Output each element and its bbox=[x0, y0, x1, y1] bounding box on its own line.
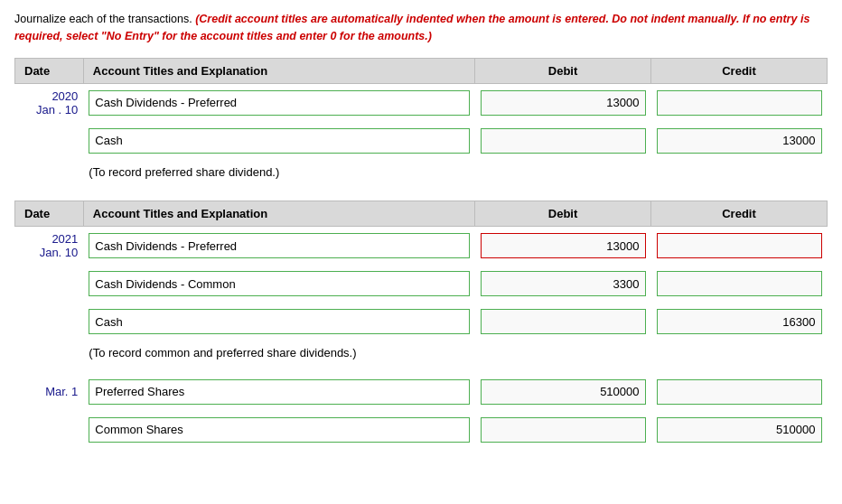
note-row: (To record common and preferred share di… bbox=[15, 341, 828, 366]
debit-cell-1-1 bbox=[475, 122, 651, 160]
debit-input-1-0[interactable]: 13000 bbox=[481, 90, 646, 116]
note-text-2: (To record common and preferred share di… bbox=[83, 341, 827, 366]
date-cell-empty bbox=[15, 303, 84, 341]
table-row: 2021 Jan. 10 Cash Dividends - Preferred … bbox=[15, 227, 828, 266]
credit-cell-2-4: 510000 bbox=[651, 411, 828, 449]
account-input-2-0[interactable]: Cash Dividends - Preferred bbox=[89, 233, 469, 258]
credit-cell-1-1: 13000 bbox=[651, 122, 828, 160]
instruction-text: Journalize each of the transactions. (Cr… bbox=[14, 11, 828, 45]
account-cell: Preferred Shares bbox=[83, 373, 474, 411]
col-account-2: Account Titles and Explanation bbox=[83, 201, 474, 227]
debit-cell-2-3: 510000 bbox=[475, 373, 651, 411]
credit-cell-2-0 bbox=[651, 227, 828, 266]
account-input-2-2[interactable]: Cash bbox=[89, 309, 469, 334]
table-row: Cash 16300 bbox=[15, 303, 828, 341]
credit-cell-1-0 bbox=[651, 83, 828, 122]
spacer-row bbox=[15, 366, 828, 373]
col-date-1: Date bbox=[15, 58, 84, 83]
table-row: 2020 Jan . 10 Cash Dividends - Preferred… bbox=[15, 83, 828, 122]
credit-input-2-3[interactable] bbox=[657, 379, 822, 405]
table-row: Cash Dividends - Common 3300 bbox=[15, 265, 828, 303]
col-credit-2: Credit bbox=[651, 201, 828, 227]
debit-input-2-2[interactable] bbox=[481, 309, 646, 334]
date-cell-2: 2021 Jan. 10 bbox=[15, 227, 84, 266]
debit-cell-2-1: 3300 bbox=[475, 265, 651, 303]
account-input-2-3[interactable]: Preferred Shares bbox=[89, 379, 469, 405]
col-debit-1: Debit bbox=[475, 58, 651, 83]
debit-input-1-1[interactable] bbox=[481, 128, 646, 154]
table-row: Common Shares 510000 bbox=[15, 411, 828, 449]
col-credit-1: Credit bbox=[651, 58, 828, 83]
account-cell: Cash Dividends - Preferred bbox=[83, 83, 474, 122]
table-row: Cash 13000 bbox=[15, 122, 828, 160]
credit-input-2-1[interactable] bbox=[657, 271, 822, 296]
credit-input-2-4[interactable]: 510000 bbox=[657, 417, 822, 443]
table-row: Mar. 1 Preferred Shares 510000 bbox=[15, 373, 828, 411]
col-account-1: Account Titles and Explanation bbox=[83, 58, 474, 83]
debit-cell-2-0: 13000 bbox=[475, 227, 651, 266]
journal-table-2: Date Account Titles and Explanation Debi… bbox=[14, 201, 828, 449]
account-input-1-0[interactable]: Cash Dividends - Preferred bbox=[89, 90, 469, 116]
account-cell: Common Shares bbox=[83, 411, 474, 449]
debit-input-2-1[interactable]: 3300 bbox=[481, 271, 646, 296]
account-cell: Cash Dividends - Preferred bbox=[83, 227, 474, 266]
debit-cell-2-4 bbox=[475, 411, 651, 449]
date-cell-empty bbox=[15, 122, 84, 160]
date-cell-empty bbox=[15, 411, 84, 449]
account-input-2-4[interactable]: Common Shares bbox=[89, 417, 469, 443]
col-date-2: Date bbox=[15, 201, 84, 227]
note-text-1: (To record preferred share dividend.) bbox=[83, 160, 827, 185]
debit-input-2-4[interactable] bbox=[481, 417, 646, 443]
debit-input-2-0[interactable]: 13000 bbox=[481, 233, 646, 258]
note-row: (To record preferred share dividend.) bbox=[15, 160, 828, 185]
date-cell-empty bbox=[15, 265, 84, 303]
date-cell-mar1: Mar. 1 bbox=[15, 373, 84, 411]
credit-cell-2-3 bbox=[651, 373, 828, 411]
date-cell: 2020 Jan . 10 bbox=[15, 83, 84, 122]
col-debit-2: Debit bbox=[475, 201, 651, 227]
account-cell: Cash bbox=[83, 122, 474, 160]
debit-cell-1-0: 13000 bbox=[475, 83, 651, 122]
credit-input-1-1[interactable]: 13000 bbox=[657, 128, 822, 154]
debit-cell-2-2 bbox=[475, 303, 651, 341]
account-cell: Cash Dividends - Common bbox=[83, 265, 474, 303]
credit-input-2-2[interactable]: 16300 bbox=[657, 309, 822, 334]
credit-input-2-0[interactable] bbox=[657, 233, 822, 258]
debit-input-2-3[interactable]: 510000 bbox=[481, 379, 646, 405]
credit-input-1-0[interactable] bbox=[657, 90, 822, 116]
credit-cell-2-2: 16300 bbox=[651, 303, 828, 341]
account-input-1-1[interactable]: Cash bbox=[89, 128, 469, 154]
journal-table-1: Date Account Titles and Explanation Debi… bbox=[14, 58, 828, 185]
credit-cell-2-1 bbox=[651, 265, 828, 303]
account-input-2-1[interactable]: Cash Dividends - Common bbox=[89, 271, 469, 296]
account-cell: Cash bbox=[83, 303, 474, 341]
